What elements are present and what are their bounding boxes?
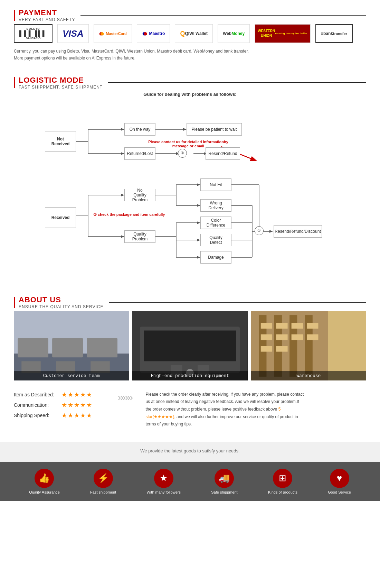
check-note: ② check the package and item carefully (93, 212, 169, 217)
flowchart: Not Received On the way Please be patien… (41, 105, 339, 278)
boleto-logo: BOLETO ▌▌▌▐▌▌ BANCARIO (14, 24, 53, 43)
svg-marker-21 (197, 183, 200, 186)
about-bar (14, 297, 15, 308)
shipping-icon-circle: ⚡ (94, 469, 113, 488)
payment-note1: Currently, you can pay using Boleto, Vis… (14, 48, 366, 55)
icon-followers: ★ With many followers (147, 469, 181, 494)
svg-marker-27 (197, 221, 200, 224)
icon-service: ♥ Good Service (328, 469, 351, 494)
svg-rect-66 (276, 334, 287, 340)
rating-stars-2: ★★★★★ (61, 412, 93, 419)
svg-rect-72 (328, 311, 366, 380)
svg-rect-70 (307, 323, 318, 329)
logistic-subtitle: FAST SHIPPMENT, SAFE SHIPPMENT (19, 85, 103, 90)
color-diff-box: Color Difference (200, 217, 231, 229)
not-received-box: Not Received (45, 131, 76, 152)
products-tagline: We provide the latest goods to satisfy y… (14, 448, 366, 453)
svg-marker-31 (197, 256, 200, 259)
icon-shipping: ⚡ Fast shippment (90, 469, 116, 494)
safe-label: Safe shippment (211, 490, 237, 494)
payment-logos: BOLETO ▌▌▌▐▌▌ BANCARIO VISA ●● MasterCar… (14, 24, 366, 43)
rating-row-2: Shipping Speed: ★★★★★ (14, 412, 104, 419)
safe-icon-circle: 🚚 (215, 469, 234, 488)
arrow-block: »»» (111, 391, 139, 404)
svg-marker-38 (269, 230, 273, 233)
star-text: 5 star(★★★★★) (145, 407, 281, 419)
circle1: ① (178, 149, 187, 158)
svg-marker-7 (183, 128, 187, 131)
rating-label-1: Communication: (14, 402, 59, 408)
rating-label-0: Item as Described: (14, 392, 59, 397)
rating-row-0: Item as Described: ★★★★★ (14, 391, 104, 398)
about-photos: Customer service team High-end productio… (14, 311, 366, 380)
svg-marker-23 (197, 204, 200, 207)
kinds-icon-circle: ⊞ (273, 469, 292, 488)
svg-rect-71 (307, 334, 318, 340)
guide-title: Guide for dealing with problems as follo… (14, 92, 366, 97)
returned-lost-box: Returned/Lost (124, 147, 155, 160)
machine-label: High-end production equipment (132, 371, 247, 380)
svg-rect-64 (260, 346, 272, 352)
svg-marker-29 (197, 239, 200, 241)
followers-icon-circle: ★ (154, 469, 173, 488)
svg-rect-65 (276, 323, 287, 329)
quality-icon-circle: 👍 (35, 469, 54, 488)
about-title: ABOUT US (19, 295, 103, 304)
icon-kinds: ⊞ Kinds of products (268, 469, 297, 494)
rating-label-2: Shipping Speed: (14, 413, 59, 418)
office-label: Customer service team (14, 371, 129, 380)
products-section: We provide the latest goods to satisfy y… (0, 442, 380, 462)
logistic-title: LOGISTIC MODE (19, 76, 103, 85)
ratings-block: Item as Described: ★★★★★ Communication: … (14, 387, 366, 435)
icons-bar: 👍 Quality Assurance ⚡ Fast shippment ★ W… (0, 462, 380, 501)
no-quality-box: No Quality Problem (124, 189, 155, 201)
received-box: Received (45, 207, 76, 228)
shipping-label: Fast shippment (90, 490, 116, 494)
bank-transfer-logo: ≡banktransfer (315, 24, 353, 43)
on-the-way-box: On the way (124, 123, 155, 136)
payment-bar (14, 10, 15, 21)
svg-marker-15 (121, 194, 124, 196)
damage-box: Damage (200, 251, 231, 264)
followers-label: With many followers (147, 490, 181, 494)
quality-defect-box: Quality Defect (200, 234, 231, 246)
logistic-bar (14, 77, 15, 88)
maestro-logo: ●● Maestro (137, 24, 170, 43)
resend-refund-discount-box: Resend/Refund/Discount (274, 225, 322, 238)
about-section: ABOUT US ENSURE THE QUALITY AND SERVICE … (0, 288, 380, 442)
rating-stars-0: ★★★★★ (61, 391, 93, 398)
contact-note: Please contact us for detailed informati… (145, 140, 231, 148)
svg-rect-62 (260, 323, 272, 329)
ratings-right: Please check the order clearly after rec… (145, 391, 304, 428)
svg-rect-67 (276, 346, 287, 352)
svg-rect-52 (144, 330, 236, 361)
svg-rect-44 (18, 338, 48, 358)
logistic-header: LOGISTIC MODE FAST SHIPPMENT, SAFE SHIPP… (14, 76, 366, 90)
svg-marker-17 (121, 235, 124, 238)
payment-note2: More payment options will be available o… (14, 55, 366, 62)
payment-title: PAYMENT (19, 8, 75, 17)
icon-safe: 🚚 Safe shippment (211, 469, 237, 494)
icon-quality: 👍 Quality Assurance (29, 469, 60, 494)
please-wait-box: Please be patient to wait (187, 123, 242, 136)
payment-header: PAYMENT VERY FAST AND SAFETY (14, 8, 366, 22)
qiwi-logo: Q QIWI Wallet (175, 24, 213, 43)
svg-rect-68 (291, 323, 303, 329)
circle2: ① (255, 226, 264, 235)
machine-photo: High-end production equipment (132, 311, 247, 380)
resend-refund-box: Resend/Refund (206, 147, 240, 160)
wrong-delivery-box: Wrong Delivery (200, 199, 231, 212)
svg-marker-3 (121, 152, 124, 155)
mastercard-logo: ●● MasterCard (94, 24, 132, 43)
office-photo: Customer service team (14, 311, 129, 380)
not-fit-box: Not Fit (200, 178, 231, 191)
service-label: Good Service (328, 490, 351, 494)
warehouse-photo: warehouse (251, 311, 366, 380)
warehouse-label: warehouse (251, 371, 366, 380)
rating-row-1: Communication: ★★★★★ (14, 401, 104, 409)
western-union-logo: WESTERNUNIONmoving money for better (255, 24, 311, 43)
service-icon-circle: ♥ (330, 469, 349, 488)
visa-logo: VISA (57, 24, 89, 43)
quality-label: Quality Assurance (29, 490, 60, 494)
payment-section: PAYMENT VERY FAST AND SAFETY BOLETO ▌▌▌▐… (0, 0, 380, 69)
